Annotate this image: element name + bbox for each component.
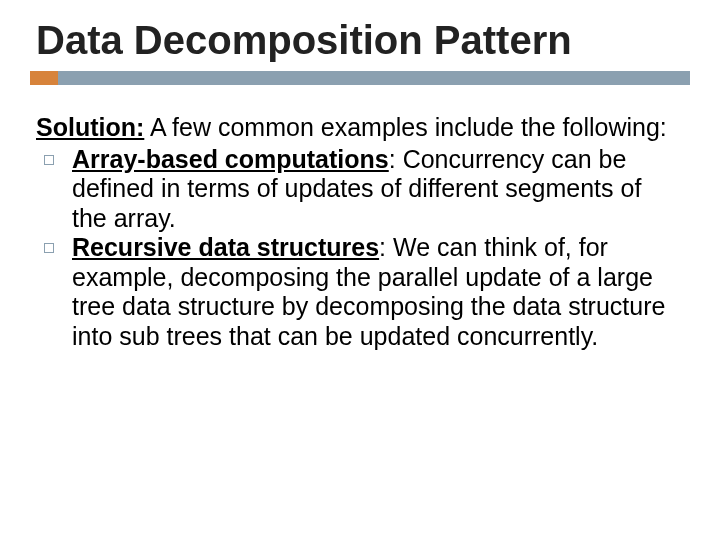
- list-item-title: Recursive data structures: [72, 233, 379, 261]
- list-item-title: Array-based computations: [72, 145, 389, 173]
- accent-bar: [30, 71, 690, 85]
- body-content: Solution: A few common examples include …: [30, 113, 690, 351]
- bullet-icon: [44, 155, 54, 165]
- slide-title: Data Decomposition Pattern: [30, 18, 690, 63]
- intro-line: Solution: A few common examples include …: [36, 113, 680, 143]
- bullet-icon: [44, 243, 54, 253]
- bullet-list: Array-based computations: Concurrency ca…: [36, 145, 680, 352]
- list-item: Array-based computations: Concurrency ca…: [36, 145, 680, 234]
- accent-bar-right: [58, 71, 690, 85]
- intro-text: A few common examples include the follow…: [144, 113, 667, 141]
- list-item: Recursive data structures: We can think …: [36, 233, 680, 351]
- accent-bar-left: [30, 71, 58, 85]
- solution-label: Solution:: [36, 113, 144, 141]
- slide: Data Decomposition Pattern Solution: A f…: [0, 0, 720, 540]
